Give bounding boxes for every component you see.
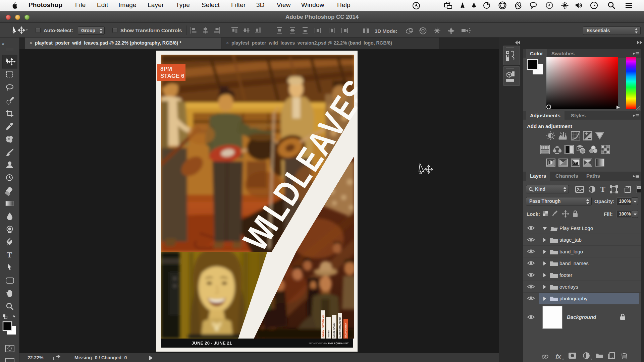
svg-text:VIMES: VIMES bbox=[327, 330, 330, 338]
svg-text:T: T bbox=[7, 250, 12, 259]
svg-text:SPONSORED BY: SPONSORED BY bbox=[309, 342, 327, 345]
svg-text:fx: fx bbox=[555, 353, 561, 360]
svg-text:JUNE 20 - JUNE 21: JUNE 20 - JUNE 21 bbox=[192, 341, 232, 346]
svg-text:STAGE 6: STAGE 6 bbox=[160, 73, 184, 79]
svg-text:THE PէURALIST: THE PէURALIST bbox=[328, 342, 348, 345]
svg-text:8PM: 8PM bbox=[160, 66, 172, 72]
svg-text:3D Mode:: 3D Mode: bbox=[375, 28, 397, 34]
svg-text:NINJA SONIK: NINJA SONIK bbox=[333, 322, 335, 338]
svg-text:JESSE HOPKINS JR: JESSE HOPKINS JR bbox=[322, 315, 324, 338]
svg-text:WILDFLOWER: WILDFLOWER bbox=[344, 323, 347, 338]
svg-text:MARI YAMAMOTO: MARI YAMAMOTO bbox=[339, 317, 341, 338]
svg-text:»: » bbox=[2, 41, 4, 46]
svg-text:T: T bbox=[600, 185, 605, 193]
